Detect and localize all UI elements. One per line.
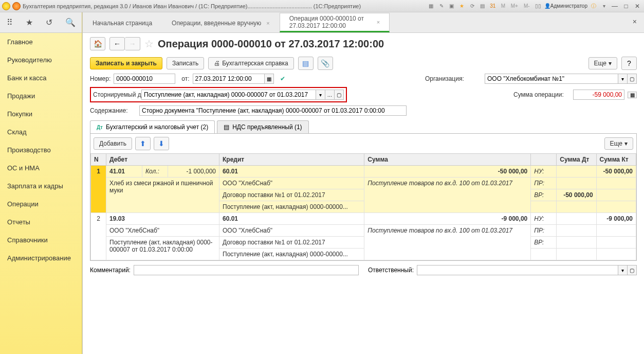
table-subrow[interactable]: Хлеб из смеси ржаной и пшеничной муки ОО… bbox=[91, 178, 636, 189]
table-row[interactable]: 2 19.03 60.01 -9 000,00 НУ: -9 000,00 bbox=[91, 213, 636, 225]
table-subrow[interactable]: ООО "ХлебСнаб" ООО "ХлебСнаб" Поступлени… bbox=[91, 225, 636, 237]
m-button[interactable]: M bbox=[499, 2, 507, 10]
sidebar-top: ⠿ ★ ↺ 🔍 bbox=[0, 12, 82, 33]
favorite-icon[interactable]: ★ bbox=[26, 17, 33, 27]
star-icon[interactable]: ★ bbox=[458, 2, 466, 10]
comment-field[interactable] bbox=[134, 265, 359, 275]
home-button[interactable]: 🏠 bbox=[90, 37, 105, 50]
tab-vat[interactable]: ▤ НДС предъявленный (1) bbox=[217, 120, 308, 133]
sidebar-item[interactable]: Руководителю bbox=[0, 51, 82, 69]
tab-label: Начальная страница bbox=[93, 20, 152, 27]
more-button[interactable]: Еще ▾ bbox=[588, 57, 617, 69]
info-icon[interactable]: ⓘ bbox=[590, 2, 598, 10]
help-button[interactable]: ? bbox=[621, 57, 637, 70]
resp-label: Ответственный: bbox=[368, 267, 414, 274]
select-icon[interactable]: … bbox=[325, 90, 335, 100]
user-badge[interactable]: 👤 Администратор bbox=[544, 2, 587, 10]
sum-field[interactable]: -59 000,00 bbox=[573, 90, 624, 100]
maximize-button[interactable]: □ bbox=[621, 2, 631, 10]
sidebar-item[interactable]: Зарплата и кадры bbox=[0, 177, 82, 195]
table-more-button[interactable]: Еще ▾ bbox=[604, 137, 633, 150]
th-sum[interactable]: Сумма bbox=[364, 154, 531, 166]
close-icon[interactable]: × bbox=[377, 19, 380, 25]
m-minus-button[interactable]: M- bbox=[522, 2, 532, 10]
doc-icon-button[interactable]: ▤ bbox=[298, 57, 314, 70]
tool-icon[interactable]: ▦ bbox=[427, 2, 435, 10]
dropdown-icon[interactable]: ▾ bbox=[600, 2, 608, 10]
attach-button[interactable]: 📎 bbox=[318, 57, 333, 70]
du-label: ВР: bbox=[531, 189, 557, 201]
sidebar-item[interactable]: ОС и НМА bbox=[0, 159, 82, 177]
sum-value: -50 000,00 bbox=[364, 166, 531, 178]
app-orb-2 bbox=[12, 2, 21, 10]
calc-icon[interactable]: ▤ bbox=[479, 2, 487, 10]
credit-account: 60.01 bbox=[219, 213, 364, 225]
sidebar-item[interactable]: Операции bbox=[0, 195, 82, 213]
open-icon[interactable]: ▢ bbox=[628, 74, 637, 84]
forward-button[interactable]: → bbox=[125, 37, 140, 50]
calc-icon[interactable]: ▦ bbox=[628, 92, 637, 98]
tab-accounting[interactable]: Дт Бухгалтерский и налоговый учет (2) bbox=[90, 120, 215, 133]
panel-icon[interactable]: ▯▯ bbox=[534, 2, 542, 10]
add-button[interactable]: Добавить bbox=[94, 137, 132, 150]
org-field[interactable]: ООО "Хлебокомбинат №1" ▾ ▢ bbox=[485, 74, 637, 84]
save-button[interactable]: Записать bbox=[167, 57, 204, 69]
button-label: Еще bbox=[610, 140, 622, 147]
open-icon[interactable]: ▢ bbox=[335, 90, 344, 100]
sidebar-item[interactable]: Покупки bbox=[0, 105, 82, 123]
titlebar: Бухгалтерия предприятия, редакция 3.0 / … bbox=[0, 0, 644, 12]
tab-start[interactable]: Начальная страница bbox=[83, 13, 162, 32]
search-icon[interactable]: 🔍 bbox=[65, 17, 76, 27]
sidebar-item[interactable]: Продажи bbox=[0, 87, 82, 105]
th-debit[interactable]: Дебет bbox=[106, 154, 219, 166]
table-subrow[interactable]: Поступление (акт, накладная) 0000-000007… bbox=[91, 237, 636, 249]
sidebar-item[interactable]: Главное bbox=[0, 33, 82, 51]
save-close-button[interactable]: Записать и закрыть bbox=[90, 57, 162, 69]
tab-operations[interactable]: Операции, введенные вручную× bbox=[162, 13, 280, 32]
sum-value: -9 000,00 bbox=[364, 213, 531, 225]
th-n[interactable]: N bbox=[91, 154, 106, 166]
th-blank[interactable] bbox=[531, 154, 557, 166]
minimize-button[interactable]: — bbox=[610, 2, 619, 10]
tool-icon[interactable]: ✎ bbox=[437, 2, 446, 10]
dropdown-icon[interactable]: ▾ bbox=[618, 265, 628, 275]
dropdown-icon[interactable]: ▾ bbox=[316, 90, 325, 100]
back-button[interactable]: ← bbox=[109, 37, 125, 50]
date-field[interactable]: 27.03.2017 12:00:00 ▦ bbox=[193, 74, 274, 84]
sidebar-item[interactable]: Склад bbox=[0, 123, 82, 141]
sidebar-item[interactable]: Отчеты bbox=[0, 213, 82, 231]
page-close-button[interactable]: × bbox=[633, 17, 637, 26]
th-sum-dt[interactable]: Сумма Дт bbox=[557, 154, 596, 166]
apps-icon[interactable]: ⠿ bbox=[7, 17, 13, 27]
tool-icon[interactable]: ▣ bbox=[448, 2, 456, 10]
sidebar-item[interactable]: Администрирование bbox=[0, 249, 82, 267]
sidebar-item[interactable]: Банк и касса bbox=[0, 69, 82, 87]
dropdown-icon[interactable]: ▾ bbox=[618, 74, 628, 84]
tab-current[interactable]: Операция 0000-000010 от 27.03.2017 12:00… bbox=[280, 13, 390, 32]
form-row-number: Номер: 0000-000010 от: 27.03.2017 12:00:… bbox=[83, 72, 644, 85]
tool-icon[interactable]: ⟳ bbox=[468, 2, 476, 10]
number-field[interactable]: 0000-000010 bbox=[114, 74, 175, 84]
open-icon[interactable]: ▢ bbox=[628, 265, 637, 275]
number-label: Номер: bbox=[90, 75, 111, 82]
m-plus-button[interactable]: M+ bbox=[509, 2, 520, 10]
print-button[interactable]: 🖨Бухгалтерская справка bbox=[208, 57, 294, 69]
storno-frame: Сторнируемый документ: Поступление (акт,… bbox=[90, 87, 347, 102]
history-icon[interactable]: ↺ bbox=[46, 17, 52, 27]
calendar-icon[interactable]: 31 bbox=[489, 2, 497, 10]
th-sum-kt[interactable]: Сумма Кт bbox=[596, 154, 636, 166]
move-up-button[interactable]: ⬆ bbox=[135, 137, 151, 150]
table-row[interactable]: 1 41.01 Кол.: -1 000,000 60.01 -50 000,0… bbox=[91, 166, 636, 178]
desc-field[interactable]: Сторно документа "Поступление (акт, накл… bbox=[139, 105, 407, 116]
sidebar-item[interactable]: Справочники bbox=[0, 231, 82, 249]
storno-field[interactable]: Поступление (акт, накладная) 0000-000007… bbox=[141, 90, 344, 100]
credit-subconto: ООО "ХлебСнаб" bbox=[219, 178, 364, 189]
th-credit[interactable]: Кредит bbox=[219, 154, 364, 166]
close-icon[interactable]: × bbox=[266, 20, 269, 26]
calendar-icon[interactable]: ▦ bbox=[265, 74, 274, 84]
responsible-field[interactable]: ▾ ▢ bbox=[417, 265, 637, 275]
star-icon[interactable]: ☆ bbox=[144, 38, 154, 50]
sidebar-item[interactable]: Производство bbox=[0, 141, 82, 159]
move-down-button[interactable]: ⬇ bbox=[154, 137, 169, 150]
close-button[interactable]: ✕ bbox=[633, 2, 642, 10]
